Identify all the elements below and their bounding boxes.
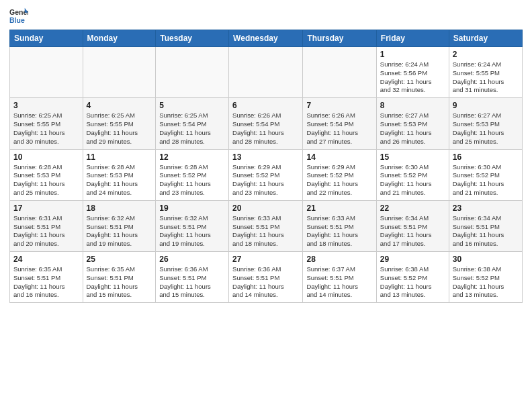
calendar-week-3: 10Sunrise: 6:28 AM Sunset: 5:53 PM Dayli… [10,149,523,200]
calendar-cell: 10Sunrise: 6:28 AM Sunset: 5:53 PM Dayli… [10,149,83,200]
day-info: Sunrise: 6:35 AM Sunset: 5:51 PM Dayligh… [87,265,152,300]
weekday-header-tuesday: Tuesday [156,30,229,47]
weekday-header-thursday: Thursday [303,30,376,47]
day-info: Sunrise: 6:25 AM Sunset: 5:54 PM Dayligh… [159,111,225,146]
day-number: 10 [13,152,79,162]
logo: General Blue [9,7,28,26]
day-number: 30 [453,255,519,264]
day-number: 5 [159,101,225,110]
day-number: 8 [380,101,445,110]
weekday-header-sunday: Sunday [10,30,83,47]
day-info: Sunrise: 6:36 AM Sunset: 5:51 PM Dayligh… [159,265,225,300]
calendar-cell: 5Sunrise: 6:25 AM Sunset: 5:54 PM Daylig… [156,98,229,149]
calendar-cell: 11Sunrise: 6:28 AM Sunset: 5:53 PM Dayli… [83,149,156,200]
day-number: 23 [453,203,519,213]
day-number: 27 [232,255,299,264]
day-number: 6 [232,101,299,110]
calendar-cell: 25Sunrise: 6:35 AM Sunset: 5:51 PM Dayli… [83,252,156,303]
day-number: 25 [87,255,152,264]
calendar-cell: 28Sunrise: 6:37 AM Sunset: 5:51 PM Dayli… [303,252,376,303]
calendar-cell: 23Sunrise: 6:34 AM Sunset: 5:51 PM Dayli… [449,200,522,251]
day-info: Sunrise: 6:28 AM Sunset: 5:53 PM Dayligh… [87,163,152,197]
day-number: 28 [306,255,372,264]
calendar-cell: 3Sunrise: 6:25 AM Sunset: 5:55 PM Daylig… [10,98,83,149]
calendar-cell: 26Sunrise: 6:36 AM Sunset: 5:51 PM Dayli… [156,252,229,303]
day-info: Sunrise: 6:38 AM Sunset: 5:52 PM Dayligh… [453,265,519,300]
day-number: 11 [87,152,152,162]
calendar: SundayMondayTuesdayWednesdayThursdayFrid… [9,30,523,303]
calendar-cell: 18Sunrise: 6:32 AM Sunset: 5:51 PM Dayli… [83,200,156,251]
day-number: 24 [13,255,79,264]
weekday-header-friday: Friday [376,30,449,47]
day-info: Sunrise: 6:37 AM Sunset: 5:51 PM Dayligh… [306,265,372,300]
day-number: 26 [159,255,225,264]
calendar-cell: 16Sunrise: 6:30 AM Sunset: 5:52 PM Dayli… [449,149,522,200]
calendar-cell: 8Sunrise: 6:27 AM Sunset: 5:53 PM Daylig… [376,98,449,149]
calendar-cell: 17Sunrise: 6:31 AM Sunset: 5:51 PM Dayli… [10,200,83,251]
day-info: Sunrise: 6:28 AM Sunset: 5:53 PM Dayligh… [13,163,79,197]
calendar-cell: 22Sunrise: 6:34 AM Sunset: 5:51 PM Dayli… [376,200,449,251]
calendar-cell: 2Sunrise: 6:24 AM Sunset: 5:55 PM Daylig… [449,47,522,98]
day-info: Sunrise: 6:24 AM Sunset: 5:55 PM Dayligh… [453,60,519,95]
weekday-header-wednesday: Wednesday [229,30,303,47]
calendar-week-5: 24Sunrise: 6:35 AM Sunset: 5:51 PM Dayli… [10,252,523,303]
day-number: 15 [380,152,445,162]
day-info: Sunrise: 6:29 AM Sunset: 5:52 PM Dayligh… [232,163,299,197]
day-info: Sunrise: 6:27 AM Sunset: 5:53 PM Dayligh… [380,111,445,146]
day-number: 18 [87,203,152,213]
day-info: Sunrise: 6:32 AM Sunset: 5:51 PM Dayligh… [87,214,152,248]
calendar-cell: 14Sunrise: 6:29 AM Sunset: 5:52 PM Dayli… [303,149,376,200]
calendar-cell: 27Sunrise: 6:36 AM Sunset: 5:51 PM Dayli… [229,252,303,303]
day-number: 20 [232,203,299,213]
calendar-cell: 4Sunrise: 6:25 AM Sunset: 5:55 PM Daylig… [83,98,156,149]
calendar-cell: 29Sunrise: 6:38 AM Sunset: 5:52 PM Dayli… [376,252,449,303]
day-info: Sunrise: 6:33 AM Sunset: 5:51 PM Dayligh… [306,214,372,248]
day-number: 16 [453,152,519,162]
day-number: 22 [380,203,445,213]
day-info: Sunrise: 6:25 AM Sunset: 5:55 PM Dayligh… [13,111,79,146]
day-info: Sunrise: 6:30 AM Sunset: 5:52 PM Dayligh… [380,163,445,197]
day-number: 9 [453,101,519,110]
day-number: 13 [232,152,299,162]
day-number: 4 [87,101,152,110]
weekday-header-monday: Monday [83,30,156,47]
day-info: Sunrise: 6:34 AM Sunset: 5:51 PM Dayligh… [380,214,445,248]
day-info: Sunrise: 6:30 AM Sunset: 5:52 PM Dayligh… [453,163,519,197]
day-number: 7 [306,101,372,110]
day-info: Sunrise: 6:36 AM Sunset: 5:51 PM Dayligh… [232,265,299,300]
calendar-cell: 9Sunrise: 6:27 AM Sunset: 5:53 PM Daylig… [449,98,522,149]
day-number: 19 [159,203,225,213]
day-info: Sunrise: 6:31 AM Sunset: 5:51 PM Dayligh… [13,214,79,248]
calendar-cell [303,47,376,98]
calendar-cell: 13Sunrise: 6:29 AM Sunset: 5:52 PM Dayli… [229,149,303,200]
day-number: 17 [13,203,79,213]
day-number: 21 [306,203,372,213]
day-info: Sunrise: 6:34 AM Sunset: 5:51 PM Dayligh… [453,214,519,248]
day-number: 12 [159,152,225,162]
calendar-cell [10,47,83,98]
calendar-week-1: 1Sunrise: 6:24 AM Sunset: 5:56 PM Daylig… [10,47,523,98]
calendar-header-row: SundayMondayTuesdayWednesdayThursdayFrid… [10,30,523,47]
day-info: Sunrise: 6:32 AM Sunset: 5:51 PM Dayligh… [159,214,225,248]
calendar-cell: 24Sunrise: 6:35 AM Sunset: 5:51 PM Dayli… [10,252,83,303]
day-info: Sunrise: 6:25 AM Sunset: 5:55 PM Dayligh… [87,111,152,146]
day-number: 14 [306,152,372,162]
calendar-cell: 12Sunrise: 6:28 AM Sunset: 5:52 PM Dayli… [156,149,229,200]
calendar-cell: 6Sunrise: 6:26 AM Sunset: 5:54 PM Daylig… [229,98,303,149]
day-number: 2 [453,50,519,59]
calendar-week-2: 3Sunrise: 6:25 AM Sunset: 5:55 PM Daylig… [10,98,523,149]
day-info: Sunrise: 6:38 AM Sunset: 5:52 PM Dayligh… [380,265,445,300]
calendar-cell: 15Sunrise: 6:30 AM Sunset: 5:52 PM Dayli… [376,149,449,200]
calendar-cell [229,47,303,98]
calendar-cell: 1Sunrise: 6:24 AM Sunset: 5:56 PM Daylig… [376,47,449,98]
calendar-cell: 7Sunrise: 6:26 AM Sunset: 5:54 PM Daylig… [303,98,376,149]
day-info: Sunrise: 6:28 AM Sunset: 5:52 PM Dayligh… [159,163,225,197]
day-info: Sunrise: 6:33 AM Sunset: 5:51 PM Dayligh… [232,214,299,248]
day-info: Sunrise: 6:26 AM Sunset: 5:54 PM Dayligh… [306,111,372,146]
calendar-cell [83,47,156,98]
day-info: Sunrise: 6:29 AM Sunset: 5:52 PM Dayligh… [306,163,372,197]
header: General Blue [9,7,523,26]
calendar-cell: 21Sunrise: 6:33 AM Sunset: 5:51 PM Dayli… [303,200,376,251]
day-number: 29 [380,255,445,264]
calendar-cell: 20Sunrise: 6:33 AM Sunset: 5:51 PM Dayli… [229,200,303,251]
